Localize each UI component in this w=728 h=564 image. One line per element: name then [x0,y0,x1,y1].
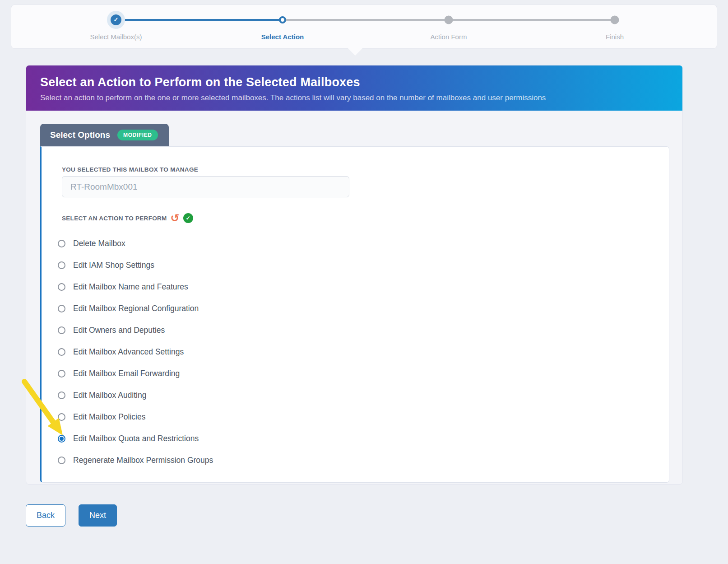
step-finish: Finish [565,5,664,49]
step-dot-wrap: ✓ [66,5,166,30]
radio-icon[interactable] [58,305,65,312]
modified-badge: MODIFIED [117,130,158,140]
radio-label: Edit Owners and Deputies [73,326,165,335]
radio-edit-mailbox-name-features[interactable]: Edit Mailbox Name and Features [55,276,371,298]
radio-delete-mailbox[interactable]: Delete Mailbox [55,233,371,254]
radio-icon[interactable] [58,240,65,247]
radio-edit-mailbox-regional-configuration[interactable]: Edit Mailbox Regional Configuration [55,298,371,319]
step-select-mailboxes[interactable]: ✓ Select Mailbox(s) [66,5,166,49]
action-selection-card: Select an Action to Perform on the Selec… [26,65,683,485]
options-panel: YOU SELECTED THIS MAILBOX TO MANAGE SELE… [40,146,669,483]
stepper-notch [348,48,362,56]
tab-label: Select Options [50,130,110,140]
radio-edit-mailbox-auditing[interactable]: Edit Mailbox Auditing [55,384,371,406]
radio-label: Edit Mailbox Quota and Restrictions [73,434,199,443]
radio-edit-mailbox-policies[interactable]: Edit Mailbox Policies [55,406,371,428]
radio-label: Edit IAM Shop Settings [73,261,154,270]
page-subtitle: Select an action to perform on the one o… [40,93,668,103]
step-dot-wrap [399,5,498,30]
step-label: Select Action [233,33,332,41]
radio-label: Edit Mailbox Auditing [73,391,146,400]
selected-mailbox-input[interactable] [62,176,349,197]
tab-select-options[interactable]: Select Options MODIFIED [40,124,169,146]
page-title: Select an Action to Perform on the Selec… [40,75,668,89]
action-field-label: SELECT AN ACTION TO PERFORM [62,215,167,222]
radio-label: Regenerate Mailbox Permission Groups [73,456,213,465]
next-button[interactable]: Next [79,504,117,527]
radio-icon-selected[interactable] [58,435,65,443]
page: ✓ Select Mailbox(s) Select Action Action… [0,0,728,564]
wizard-stepper: ✓ Select Mailbox(s) Select Action Action… [11,5,717,49]
radio-icon[interactable] [58,457,65,464]
step-completed-check-icon: ✓ [111,14,121,25]
back-button[interactable]: Back [26,504,65,527]
step-select-action[interactable]: Select Action [233,5,332,49]
radio-icon[interactable] [58,261,65,269]
radio-edit-owners-deputies[interactable]: Edit Owners and Deputies [55,319,371,341]
valid-check-icon: ✓ [183,213,193,223]
radio-icon[interactable] [58,392,65,399]
step-label: Action Form [399,33,498,41]
card-header: Select an Action to Perform on the Selec… [26,65,682,111]
radio-edit-mailbox-advanced-settings[interactable]: Edit Mailbox Advanced Settings [55,341,371,363]
radio-label: Edit Mailbox Email Forwarding [73,369,180,378]
radio-label: Edit Mailbox Name and Features [73,282,188,292]
radio-icon[interactable] [58,348,65,356]
radio-edit-mailbox-email-forwarding[interactable]: Edit Mailbox Email Forwarding [55,363,371,384]
step-label: Finish [565,33,664,41]
step-pending-dot [611,16,619,24]
radio-edit-iam-shop-settings[interactable]: Edit IAM Shop Settings [55,254,371,276]
radio-icon[interactable] [58,413,65,421]
radio-icon[interactable] [58,326,65,334]
step-label: Select Mailbox(s) [66,33,166,41]
radio-icon[interactable] [58,370,65,378]
step-dot-wrap [565,5,664,30]
radio-label: Edit Mailbox Regional Configuration [73,304,199,313]
mailbox-field-label: YOU SELECTED THIS MAILBOX TO MANAGE [62,166,198,173]
radio-label: Edit Mailbox Advanced Settings [73,347,184,357]
step-active-dot [279,16,286,23]
action-radio-list: Delete Mailbox Edit IAM Shop Settings Ed… [55,233,371,471]
undo-icon[interactable]: ↺ [171,214,180,223]
radio-edit-mailbox-quota-restrictions[interactable]: Edit Mailbox Quota and Restrictions [55,428,371,449]
radio-regenerate-mailbox-permission-groups[interactable]: Regenerate Mailbox Permission Groups [55,449,371,471]
step-dot-wrap [233,5,332,30]
step-action-form: Action Form [399,5,498,49]
radio-label: Delete Mailbox [73,239,125,248]
radio-label: Edit Mailbox Policies [73,412,145,422]
step-pending-dot [445,16,453,24]
radio-icon[interactable] [58,283,65,291]
